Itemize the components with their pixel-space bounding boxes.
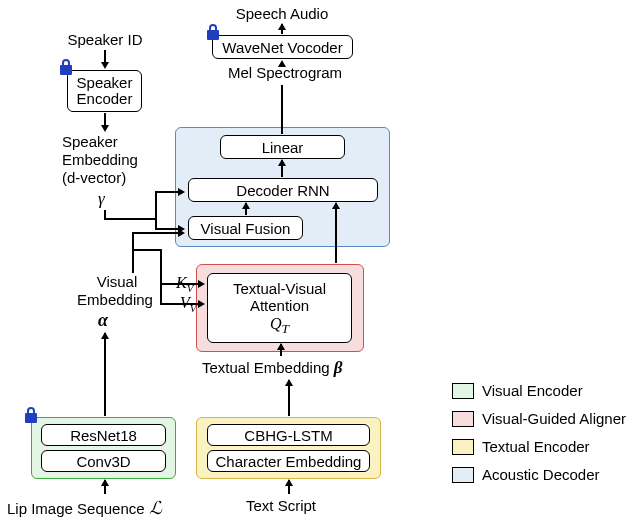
arrowhead-fusion-to-rnn bbox=[242, 202, 250, 209]
seg-gamma-dn bbox=[155, 218, 157, 228]
txt-conv3d: Conv3D bbox=[76, 453, 130, 470]
legend-text-visual-enc: Visual Encoder bbox=[482, 382, 583, 399]
label-speaker-emb-1: Speaker bbox=[62, 133, 118, 150]
seg-vemb-h bbox=[132, 249, 162, 251]
txt-wavenet-vocoder: WaveNet Vocoder bbox=[222, 39, 342, 56]
box-attention: Textual-Visual Attention QT bbox=[207, 273, 352, 343]
arrowhead-attn-to-rnn bbox=[332, 202, 340, 209]
seg-gamma-split-h bbox=[104, 218, 156, 220]
arrowhead-resnet-to-alpha bbox=[101, 332, 109, 339]
arrow-speakerenc-to-emb bbox=[104, 113, 106, 125]
arrowhead-mel-to-vocoder bbox=[278, 60, 286, 67]
symbol-alpha: α bbox=[98, 310, 108, 331]
legend-textual-encoder: Textual Encoder bbox=[452, 438, 590, 455]
swatch-blue bbox=[452, 467, 474, 483]
arrowhead-speakerenc-to-emb bbox=[101, 125, 109, 132]
label-speaker-id: Speaker ID bbox=[60, 31, 150, 48]
txt-cbhg: CBHG-LSTM bbox=[244, 427, 332, 444]
txt-attention-l1: Textual-Visual bbox=[233, 280, 326, 297]
seg-linear-up bbox=[281, 85, 283, 134]
arrowhead-lip-to-conv3d bbox=[101, 479, 109, 486]
txt-attention-qt: QT bbox=[270, 315, 289, 337]
arrowhead-speakerid-to-enc bbox=[101, 62, 109, 69]
box-cbhg-lstm: CBHG-LSTM bbox=[207, 424, 370, 446]
legend-visual-encoder: Visual Encoder bbox=[452, 382, 583, 399]
legend-text-textual-enc: Textual Encoder bbox=[482, 438, 590, 455]
label-visual-emb-2: Embedding bbox=[65, 291, 165, 308]
label-speaker-emb-3: (d-vector) bbox=[62, 169, 126, 186]
seg-gamma-up bbox=[155, 191, 157, 220]
box-decoder-rnn: Decoder RNN bbox=[188, 178, 378, 202]
label-speaker-emb-2: Embedding bbox=[62, 151, 138, 168]
lock-icon-vocoder bbox=[205, 23, 221, 41]
swatch-red bbox=[452, 411, 474, 427]
label-lip-seq: Lip Image Sequence ℒ bbox=[7, 497, 162, 519]
box-linear: Linear bbox=[220, 135, 345, 159]
legend-aligner: Visual-Guided Aligner bbox=[452, 410, 626, 427]
swatch-green bbox=[452, 383, 474, 399]
seg-resnet-to-alpha bbox=[104, 333, 106, 416]
arrowhead-vv bbox=[198, 300, 205, 308]
txt-charemb: Character Embedding bbox=[216, 453, 362, 470]
label-visual-emb-1: Visual bbox=[82, 273, 152, 290]
symbol-gamma: γ bbox=[98, 189, 105, 209]
swatch-yellow bbox=[452, 439, 474, 455]
seg-vemb-fusion-v bbox=[132, 232, 134, 250]
seg-gamma-to-rnn bbox=[155, 191, 180, 193]
legend-text-acoustic-dec: Acoustic Decoder bbox=[482, 466, 600, 483]
legend-acoustic-decoder: Acoustic Decoder bbox=[452, 466, 600, 483]
legend-text-aligner: Visual-Guided Aligner bbox=[482, 410, 626, 427]
seg-kv bbox=[160, 283, 198, 285]
seg-vemb-trunk bbox=[132, 249, 134, 273]
seg-vv bbox=[160, 303, 198, 305]
txt-decoder-rnn: Decoder RNN bbox=[236, 182, 329, 199]
arrowhead-kv bbox=[198, 280, 205, 288]
box-speaker-encoder: Speaker Encoder bbox=[67, 70, 142, 112]
arrow-speakerid-to-enc bbox=[104, 50, 106, 62]
txt-visual-fusion: Visual Fusion bbox=[201, 220, 291, 237]
arrowhead-vocoder-to-audio bbox=[278, 23, 286, 30]
label-text-script: Text Script bbox=[246, 497, 316, 514]
arrowhead-text-to-charemb bbox=[285, 479, 293, 486]
label-speech-audio: Speech Audio bbox=[212, 5, 352, 22]
seg-gamma-down bbox=[104, 210, 106, 218]
seg-gamma-to-fusion bbox=[155, 228, 180, 230]
box-resnet18: ResNet18 bbox=[41, 424, 166, 446]
txt-speaker-encoder: Speaker Encoder bbox=[77, 75, 133, 108]
seg-attn-to-rnn bbox=[335, 203, 337, 263]
box-char-embedding: Character Embedding bbox=[207, 450, 370, 472]
txt-resnet: ResNet18 bbox=[70, 427, 137, 444]
arrowhead-vemb-fusion bbox=[178, 229, 185, 237]
arrowhead-cbhg-to-beta bbox=[285, 379, 293, 386]
box-visual-fusion: Visual Fusion bbox=[188, 216, 303, 240]
diagram-canvas: Speech Audio WaveNet Vocoder Mel Spectro… bbox=[0, 0, 640, 521]
arrowhead-beta-to-attn bbox=[277, 343, 285, 350]
lock-icon-visual-encoder bbox=[23, 406, 39, 424]
seg-vemb-fusion-h bbox=[132, 232, 179, 234]
box-conv3d: Conv3D bbox=[41, 450, 166, 472]
seg-vemb-attn-v bbox=[160, 249, 162, 305]
arrowhead-rnn-to-linear bbox=[278, 159, 286, 166]
box-wavenet-vocoder: WaveNet Vocoder bbox=[212, 35, 353, 59]
label-textual-emb: Textual Embedding β bbox=[202, 358, 342, 378]
txt-attention-l2: Attention bbox=[250, 297, 309, 314]
arrowhead-gamma-to-rnn bbox=[178, 188, 185, 196]
lock-icon-speaker-encoder bbox=[58, 58, 74, 76]
txt-linear: Linear bbox=[262, 139, 304, 156]
